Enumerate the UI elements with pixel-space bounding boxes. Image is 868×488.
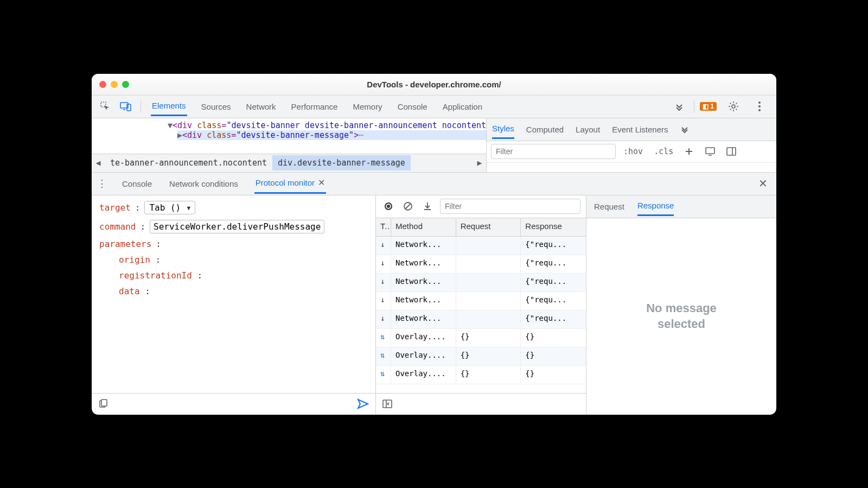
main-tab-console[interactable]: Console <box>397 98 429 116</box>
hov-button[interactable]: :hov <box>620 147 646 156</box>
detail-tab-response[interactable]: Response <box>637 197 674 216</box>
cell-request <box>456 274 521 291</box>
cell-method: Overlay.... <box>391 347 456 365</box>
drawer-close-icon[interactable]: ✕ <box>753 177 773 190</box>
more-tabs-icon[interactable] <box>670 97 688 116</box>
svg-point-4 <box>758 102 761 104</box>
breadcrumb-next-icon[interactable]: ▶ <box>473 158 486 168</box>
table-row[interactable]: ↓Network...{"requ... <box>376 237 586 255</box>
styles-panel: StylesComputedLayoutEvent Listeners :hov… <box>487 118 776 172</box>
arrow-down-icon: ↓ <box>376 255 391 273</box>
table-row[interactable]: ⇅Overlay....{}{} <box>376 347 586 366</box>
styles-filter-input[interactable] <box>491 144 616 159</box>
target-label: target <box>99 202 131 213</box>
table-row[interactable]: ↓Network...{"requ... <box>376 292 586 310</box>
record-icon[interactable] <box>381 199 395 213</box>
toggle-left-sidebar-icon[interactable] <box>382 400 392 408</box>
clear-icon[interactable] <box>401 199 415 213</box>
table-row[interactable]: ↓Network...{"requ... <box>376 274 586 292</box>
target-select[interactable]: Tab () <box>144 201 195 214</box>
param-name: registrationId <box>119 270 192 281</box>
main-tab-network[interactable]: Network <box>245 98 277 116</box>
arrow-updown-icon: ⇅ <box>376 366 391 384</box>
upper-panels: ▼<div class="devsite-banner devsite-bann… <box>92 118 776 173</box>
separator <box>694 100 694 112</box>
param-name: origin <box>119 255 150 265</box>
table-row[interactable]: ↓Network...{"requ... <box>376 255 586 274</box>
arrow-down-icon: ↓ <box>376 237 391 255</box>
cell-request <box>456 310 521 328</box>
titlebar: DevTools - developer.chrome.com/ <box>92 74 776 96</box>
command-input[interactable]: ServiceWorker.deliverPushMessage <box>150 220 324 233</box>
send-icon[interactable] <box>357 398 369 409</box>
arrow-updown-icon: ⇅ <box>376 347 391 365</box>
styles-tab-event-listeners[interactable]: Event Listeners <box>612 121 668 138</box>
cell-method: Network... <box>391 274 456 291</box>
param-name: data <box>119 286 140 296</box>
toggle-sidebar-icon[interactable] <box>723 147 739 156</box>
download-icon[interactable] <box>420 199 435 213</box>
styles-tab-computed[interactable]: Computed <box>526 121 564 138</box>
messages-filter-input[interactable] <box>440 199 580 214</box>
drawer-tab-protocol-monitor[interactable]: Protocol monitor✕ <box>254 173 326 194</box>
styles-tab-layout[interactable]: Layout <box>576 121 600 138</box>
main-tab-performance[interactable]: Performance <box>290 98 339 116</box>
arrow-updown-icon: ⇅ <box>376 329 391 347</box>
svg-point-5 <box>758 105 761 107</box>
arrow-down-icon: ↓ <box>376 310 391 328</box>
main-tab-elements[interactable]: Elements <box>151 97 187 116</box>
param-row: data : <box>99 286 368 296</box>
cell-request: {} <box>456 366 521 384</box>
main-tab-sources[interactable]: Sources <box>200 98 232 116</box>
drawer-tab-console[interactable]: Console <box>121 175 153 193</box>
drawer-kebab-icon[interactable]: ⋮ <box>95 178 109 189</box>
cls-button[interactable]: .cls <box>650 147 676 156</box>
dom-tree[interactable]: ▼<div class="devsite-banner devsite-bann… <box>92 118 486 154</box>
drawer-tab-network-conditions[interactable]: Network conditions <box>168 175 239 193</box>
copy-icon[interactable] <box>98 399 108 409</box>
drawer-body: target: Tab () command: ServiceWorker.de… <box>92 195 776 415</box>
col-response[interactable]: Response <box>521 218 586 236</box>
inspect-icon[interactable] <box>96 97 114 116</box>
cell-method: Network... <box>391 237 456 255</box>
col-method[interactable]: Method <box>391 218 456 236</box>
cell-response: {"requ... <box>521 237 586 255</box>
table-row[interactable]: ↓Network...{"requ... <box>376 310 586 329</box>
settings-icon[interactable] <box>724 97 743 116</box>
close-tab-icon[interactable]: ✕ <box>318 178 325 188</box>
cell-method: Network... <box>391 255 456 273</box>
cell-method: Network... <box>391 292 456 310</box>
device-mode-icon[interactable] <box>701 147 719 156</box>
table-header-row: T. Method Request Response <box>376 218 586 237</box>
breadcrumb-item[interactable]: te-banner-announcement.nocontent <box>105 155 272 170</box>
table-row[interactable]: ⇅Overlay....{}{} <box>376 366 586 384</box>
device-toggle-icon[interactable] <box>117 97 135 116</box>
new-style-icon[interactable] <box>681 147 697 156</box>
detail-tab-request[interactable]: Request <box>594 198 624 216</box>
main-tab-memory[interactable]: Memory <box>352 98 383 116</box>
breadcrumb-item[interactable]: div.devsite-banner-message <box>272 155 411 170</box>
col-type[interactable]: T. <box>376 218 391 236</box>
cell-response: {"requ... <box>521 310 586 328</box>
main-tabstrip: ElementsSourcesNetworkPerformanceMemoryC… <box>92 96 776 118</box>
styles-toolbar: :hov .cls <box>487 141 776 163</box>
arrow-down-icon: ↓ <box>376 274 391 291</box>
drawer-tabstrip: ⋮ ConsoleNetwork conditionsProtocol moni… <box>92 173 776 195</box>
svg-rect-7 <box>706 148 714 154</box>
issues-badge[interactable]: ◧ 1 <box>700 102 717 111</box>
param-row: registrationId : <box>99 270 368 281</box>
styles-more-tabs-icon[interactable] <box>680 121 689 138</box>
breadcrumb-prev-icon[interactable]: ◀ <box>92 158 105 168</box>
styles-tab-styles[interactable]: Styles <box>492 119 514 139</box>
main-tab-application[interactable]: Application <box>442 98 483 116</box>
cell-request <box>456 255 521 273</box>
messages-table[interactable]: T. Method Request Response ↓Network...{"… <box>376 218 586 393</box>
col-request[interactable]: Request <box>456 218 521 236</box>
kebab-menu-icon[interactable] <box>750 97 769 116</box>
issues-count: 1 <box>710 103 714 110</box>
cell-request: {} <box>456 347 521 365</box>
cell-response: {"requ... <box>521 274 586 291</box>
elements-panel: ▼<div class="devsite-banner devsite-bann… <box>92 118 487 172</box>
table-row[interactable]: ⇅Overlay....{}{} <box>376 329 586 347</box>
messages-toolbar <box>376 195 586 218</box>
